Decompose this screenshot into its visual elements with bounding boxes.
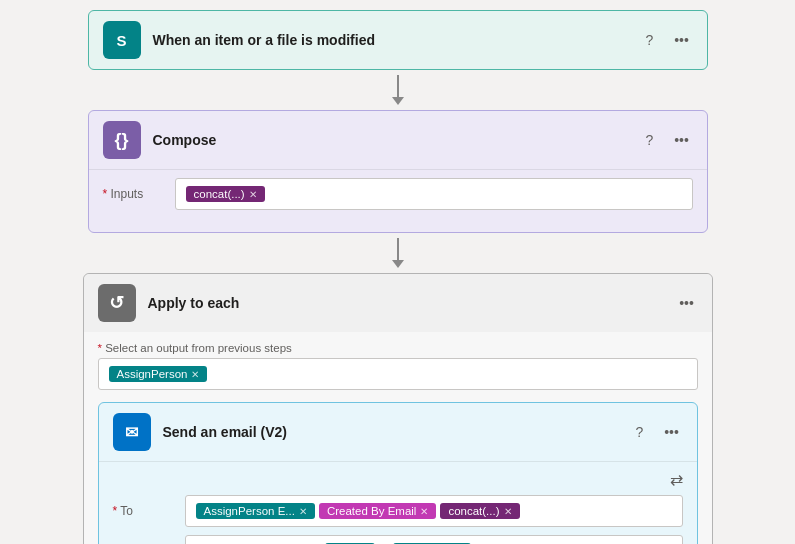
- trigger-more-icon[interactable]: •••: [671, 29, 693, 51]
- arrow-head-1: [392, 97, 404, 105]
- email-title: Send an email (V2): [163, 424, 617, 440]
- compose-more-icon[interactable]: •••: [671, 129, 693, 151]
- compose-concat-label: concat(...): [194, 188, 245, 200]
- compose-card: {} Compose ? ••• Inputs concat(...) ✕: [88, 110, 708, 233]
- loop-title: Apply to each: [148, 295, 664, 311]
- assign-person-email-close[interactable]: ✕: [299, 506, 307, 517]
- created-by-email-token[interactable]: Created By Email ✕: [319, 503, 436, 519]
- select-output-label: Select an output from previous steps: [98, 342, 698, 354]
- trigger-card-header: S When an item or a file is modified ? •…: [89, 11, 707, 69]
- assign-person-email-token[interactable]: AssignPerson E... ✕: [196, 503, 315, 519]
- subject-field-input[interactable]: Perubahan Job Order - Title ✕ ( ID Proje…: [185, 535, 683, 544]
- select-output-field[interactable]: AssignPerson ✕: [98, 358, 698, 390]
- loop-icon: ↺: [98, 284, 136, 322]
- assign-person-close[interactable]: ✕: [191, 369, 199, 380]
- trigger-help-icon[interactable]: ?: [639, 29, 661, 51]
- assign-person-token[interactable]: AssignPerson ✕: [109, 366, 208, 382]
- inputs-field-row: Inputs concat(...) ✕: [103, 178, 693, 210]
- email-more-icon[interactable]: •••: [661, 421, 683, 443]
- assign-person-email-label: AssignPerson E...: [204, 505, 295, 517]
- arrow-line-1: [397, 75, 399, 97]
- to-field-input[interactable]: AssignPerson E... ✕ Created By Email ✕ c…: [185, 495, 683, 527]
- compose-actions: ? •••: [639, 129, 693, 151]
- loop-body: Select an output from previous steps Ass…: [84, 332, 712, 544]
- arrow-1: [392, 70, 404, 110]
- compose-help-icon[interactable]: ?: [639, 129, 661, 151]
- email-help-icon[interactable]: ?: [629, 421, 651, 443]
- inputs-field-input[interactable]: concat(...) ✕: [175, 178, 693, 210]
- assign-person-label: AssignPerson: [117, 368, 188, 380]
- to-concat-label: concat(...): [448, 505, 499, 517]
- flow-container: S When an item or a file is modified ? •…: [20, 10, 775, 544]
- to-concat-close[interactable]: ✕: [504, 506, 512, 517]
- loop-actions: •••: [676, 292, 698, 314]
- trigger-card: S When an item or a file is modified ? •…: [88, 10, 708, 70]
- loop-header: ↺ Apply to each •••: [84, 274, 712, 332]
- trigger-actions: ? •••: [639, 29, 693, 51]
- compose-title: Compose: [153, 132, 627, 148]
- to-label: To: [113, 504, 173, 518]
- compose-concat-token[interactable]: concat(...) ✕: [186, 186, 265, 202]
- trigger-title: When an item or a file is modified: [153, 32, 627, 48]
- created-by-email-label: Created By Email: [327, 505, 416, 517]
- sharepoint-icon: S: [103, 21, 141, 59]
- transfer-icon[interactable]: ⇄: [670, 470, 683, 489]
- email-icon: ✉: [113, 413, 151, 451]
- loop-more-icon[interactable]: •••: [676, 292, 698, 314]
- email-actions: ? •••: [629, 421, 683, 443]
- created-by-email-close[interactable]: ✕: [420, 506, 428, 517]
- compose-card-header: {} Compose ? •••: [89, 111, 707, 169]
- email-card-body: ⇄ To AssignPerson E... ✕ Created By Emai…: [99, 461, 697, 544]
- arrow-2: [392, 233, 404, 273]
- compose-concat-close[interactable]: ✕: [249, 189, 257, 200]
- email-card: ✉ Send an email (V2) ? ••• ⇄ To: [98, 402, 698, 544]
- compose-card-body: Inputs concat(...) ✕: [89, 169, 707, 232]
- inputs-label: Inputs: [103, 187, 163, 201]
- to-concat-token[interactable]: concat(...) ✕: [440, 503, 519, 519]
- email-card-header: ✉ Send an email (V2) ? •••: [99, 403, 697, 461]
- loop-card: ↺ Apply to each ••• Select an output fro…: [83, 273, 713, 544]
- subject-field-row: Subject Perubahan Job Order - Title ✕ ( …: [113, 535, 683, 544]
- compose-icon: {}: [103, 121, 141, 159]
- arrow-head-2: [392, 260, 404, 268]
- arrow-line-2: [397, 238, 399, 260]
- to-field-row: To AssignPerson E... ✕ Created By Email …: [113, 495, 683, 527]
